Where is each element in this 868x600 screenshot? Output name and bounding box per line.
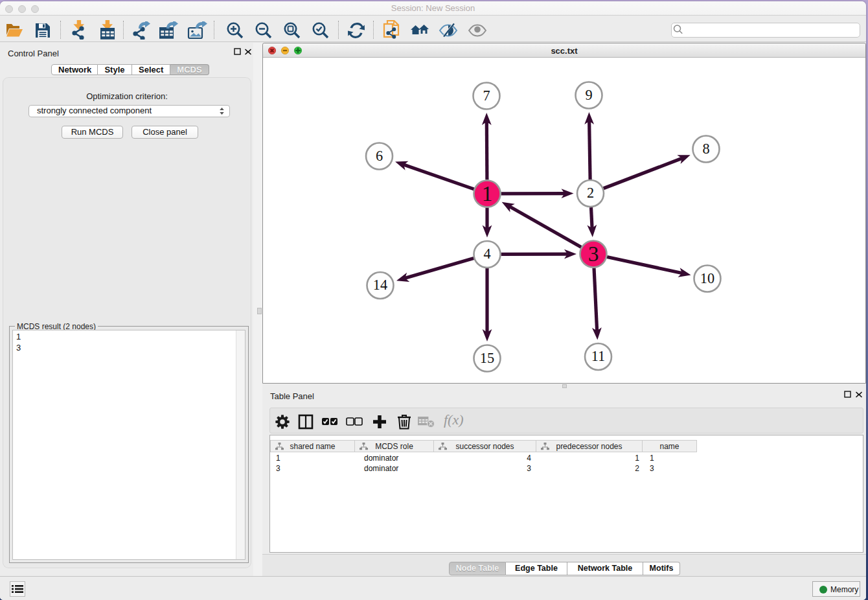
svg-text:14: 14 — [373, 277, 387, 293]
svg-text:4: 4 — [483, 246, 490, 262]
svg-text:15: 15 — [480, 350, 494, 366]
svg-text:6: 6 — [376, 148, 383, 164]
svg-text:3: 3 — [588, 242, 599, 266]
svg-text:8: 8 — [702, 141, 709, 157]
svg-text:1: 1 — [482, 181, 493, 205]
svg-text:10: 10 — [700, 270, 714, 286]
svg-text:7: 7 — [483, 87, 490, 104]
svg-text:9: 9 — [585, 87, 592, 103]
svg-text:11: 11 — [591, 348, 605, 364]
svg-text:2: 2 — [587, 185, 594, 201]
